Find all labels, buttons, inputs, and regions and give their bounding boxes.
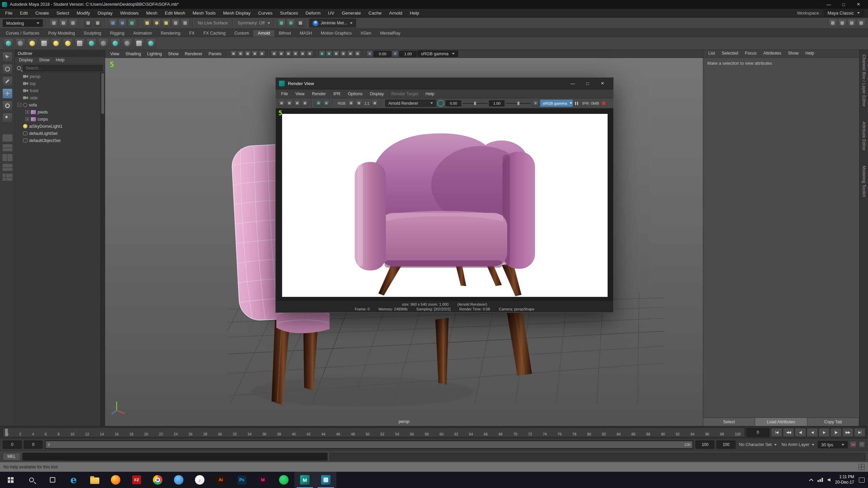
image-plane-icon[interactable] (244, 50, 251, 57)
safe-title-icon[interactable] (307, 50, 313, 57)
menu-item[interactable]: UV (324, 9, 338, 17)
layout-single-pane-icon[interactable] (2, 134, 13, 142)
render-settings-icon[interactable] (296, 19, 304, 27)
viewport-menu-item[interactable]: Lighting (144, 52, 165, 56)
menu-item[interactable]: Cache (364, 9, 385, 17)
layout-two-pane-stacked-icon[interactable] (2, 163, 13, 171)
attribute-editor-menu-item[interactable]: Selected (718, 50, 741, 57)
menu-item[interactable]: Display (94, 9, 116, 17)
current-time-marker[interactable] (5, 429, 8, 436)
menu-item[interactable]: Create (32, 9, 53, 17)
playback-end-field[interactable] (695, 441, 714, 449)
animation-preferences-icon[interactable] (859, 441, 865, 448)
arnold-photometric-light-icon[interactable] (63, 38, 73, 48)
ipr-render-icon[interactable] (287, 19, 295, 27)
component-editor-icon[interactable] (859, 464, 865, 470)
shelf-tab[interactable]: Rendering (156, 30, 185, 37)
tool-settings-toggle-icon[interactable] (838, 19, 846, 27)
attribute-editor-menu-item[interactable]: List (705, 50, 718, 57)
photoshop-app[interactable]: Ps (231, 472, 252, 488)
outliner-item-skydome-light[interactable]: aiSkyDomeLight1 (15, 123, 105, 130)
maximize-button[interactable]: □ (580, 79, 595, 88)
modeling-toolkit-toggle-icon[interactable] (857, 19, 865, 27)
taskbar-search-button[interactable] (21, 472, 42, 488)
user-account-chip[interactable]: Jérémie Met... (309, 19, 356, 27)
window-titlebar[interactable]: Autodesk Maya 2018 - Student Version: C:… (0, 0, 868, 9)
real-size-label[interactable]: 1:1 (363, 101, 371, 105)
bookmark-icon[interactable] (237, 50, 244, 57)
arnold-render-icon[interactable] (3, 38, 14, 48)
menu-item[interactable]: Modify (73, 9, 94, 17)
open-scene-icon[interactable] (59, 19, 67, 27)
exposure-field[interactable] (374, 51, 391, 57)
shelf-tab[interactable]: Arnold (253, 30, 274, 37)
network-icon[interactable] (817, 478, 823, 482)
rendered-image[interactable] (282, 114, 608, 297)
menu-item[interactable]: Windows (116, 9, 142, 17)
render-current-frame-icon[interactable] (277, 19, 285, 27)
render-view-menu-item[interactable]: Help (422, 92, 438, 96)
collapse-icon[interactable] (18, 103, 21, 107)
menu-item[interactable]: Mesh (142, 9, 161, 17)
menu-item[interactable]: Curves (254, 9, 276, 17)
rgb-channels-label[interactable]: RGB (337, 101, 347, 105)
gamma-field[interactable] (399, 51, 417, 57)
indesign-app[interactable]: Id (252, 472, 273, 488)
load-attributes-button[interactable]: Load Attributes (755, 418, 807, 426)
anim-layer-dropdown[interactable]: No Anim Layer (780, 442, 816, 447)
outliner-item-corps[interactable]: corps (15, 116, 105, 123)
menu-item[interactable]: Arnold (385, 9, 406, 17)
playback-button[interactable]: ◀◀ (783, 428, 794, 437)
chevron-down-icon[interactable] (268, 22, 270, 24)
viewport-menu-item[interactable]: Panels (205, 52, 224, 56)
motion-blur-icon[interactable] (354, 50, 361, 57)
undo-icon[interactable] (84, 19, 92, 27)
attribute-editor-menu-item[interactable]: Help (802, 50, 817, 57)
arnold-standin-icon[interactable] (98, 38, 108, 48)
playback-button[interactable]: ▶▶ (842, 428, 853, 437)
render-view-menu-item[interactable]: Render (309, 92, 329, 96)
current-frame-field[interactable] (747, 428, 769, 437)
playback-button[interactable]: ▶ (818, 428, 830, 437)
outliner-menu-item[interactable]: Help (53, 57, 67, 64)
playback-button[interactable]: ▶| (854, 428, 865, 437)
keep-image-icon[interactable] (372, 100, 378, 106)
outliner-item-persp[interactable]: persp (15, 73, 105, 80)
wireframe-on-shaded-icon[interactable] (319, 50, 325, 57)
menu-item[interactable]: Edit Mesh (161, 9, 189, 17)
close-button[interactable]: × (595, 79, 610, 88)
playback-button[interactable]: ◀ (807, 428, 818, 437)
new-scene-icon[interactable] (50, 19, 58, 27)
film-gate-icon[interactable] (271, 50, 277, 57)
colorspace-dropdown[interactable]: sRGB gamma (417, 50, 458, 57)
illustrator-app[interactable]: Ai (210, 472, 231, 488)
render-view-menu-item[interactable]: IPR (330, 92, 344, 96)
shelf-tab[interactable]: XGen (356, 30, 376, 37)
lasso-tool-icon[interactable] (2, 64, 13, 74)
copy-tab-button[interactable]: Copy Tab (807, 418, 859, 426)
snapshot-icon[interactable] (302, 100, 308, 106)
menu-item[interactable]: Deform (302, 9, 324, 17)
shelf-tab[interactable]: Bifrost (274, 30, 295, 37)
snap-grid-icon[interactable] (143, 19, 151, 27)
use-all-lights-icon[interactable] (333, 50, 339, 57)
arnold-skydome-light-icon[interactable] (27, 38, 37, 48)
arnold-flush-cache-icon[interactable] (122, 38, 132, 48)
command-line-input[interactable] (22, 453, 328, 461)
save-image-icon[interactable] (286, 100, 293, 106)
search-input[interactable] (23, 65, 103, 71)
remove-image-icon[interactable] (294, 100, 300, 106)
gamma-field[interactable] (489, 100, 505, 106)
menu-item[interactable]: Mesh Tools (189, 9, 219, 17)
workspace-dropdown[interactable]: Maya Classic (824, 9, 863, 17)
menuset-dropdown[interactable]: Modeling (3, 19, 43, 27)
playback-button[interactable]: ◀| (795, 428, 806, 437)
arnold-area-light-icon[interactable] (39, 38, 49, 48)
render-view-menu-item[interactable]: File (278, 92, 291, 96)
render-view-menu-item[interactable]: Display (367, 92, 387, 96)
rgb-channel-icon[interactable] (348, 100, 354, 106)
edge-app[interactable]: e (63, 472, 84, 488)
menu-item[interactable]: Select (53, 9, 73, 17)
snap-point-icon[interactable] (162, 19, 170, 27)
menu-item[interactable]: File (1, 9, 16, 17)
